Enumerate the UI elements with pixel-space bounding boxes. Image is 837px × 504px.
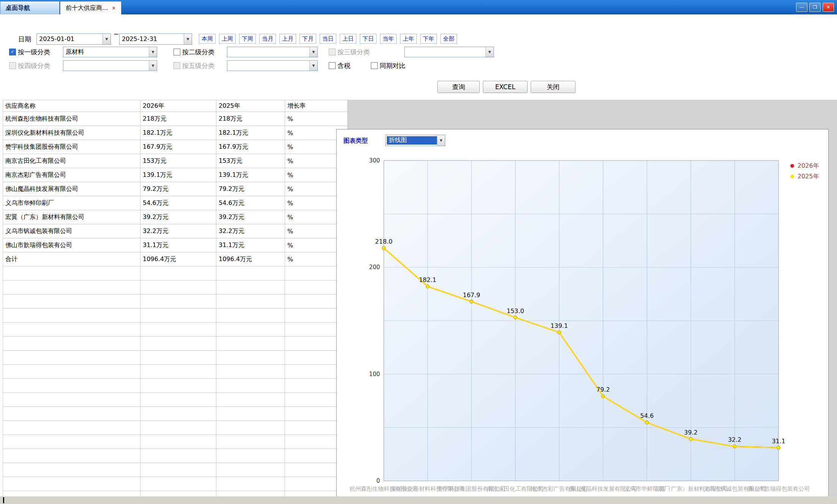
- table-cell: [140, 365, 216, 379]
- checkbox-tax-included[interactable]: ✓: [329, 62, 336, 69]
- table-row[interactable]: 义乌市华鲜印刷厂54.6万元54.6万元%: [3, 196, 348, 210]
- table-cell: [3, 266, 140, 280]
- table-row[interactable]: 佛山魔晶科技发展有限公司79.2万元79.2万元%: [3, 182, 348, 196]
- check-icon: ✓: [11, 49, 14, 54]
- table-total-row[interactable]: 合计1096.4万元1096.4万元%: [3, 252, 348, 266]
- tax-included-label: 含税: [337, 60, 350, 71]
- tab-top-suppliers[interactable]: 前十大供应商... ✕: [60, 1, 121, 14]
- quick-range-button-6[interactable]: 当日: [320, 34, 336, 44]
- quick-range-button-11[interactable]: 下年: [420, 34, 437, 44]
- level5-category-label: 按五级分类: [182, 60, 214, 71]
- level3-category-dropdown-button[interactable]: ▼: [485, 47, 493, 57]
- level1-category-select[interactable]: 原材料 ▼: [63, 47, 157, 57]
- level5-category-dropdown-button[interactable]: ▼: [309, 61, 317, 71]
- level4-category-value: [63, 61, 149, 71]
- tab-desktop-nav[interactable]: 桌面导航: [0, 1, 60, 14]
- checkbox-level3-category[interactable]: ✓: [329, 49, 336, 55]
- svg-text:31.1: 31.1: [772, 438, 785, 445]
- table-cell: 167.9万元: [140, 140, 216, 154]
- checkbox-level5-category[interactable]: ✓: [173, 62, 180, 69]
- table-header-row: 供应商名称 2026年 2025年 增长率: [3, 100, 348, 112]
- table-row[interactable]: 宏翼（广东）新材料有限公司39.2万元39.2万元%: [3, 210, 348, 224]
- check-icon: ✓: [11, 63, 14, 68]
- level2-category-select[interactable]: ▼: [227, 47, 318, 57]
- column-header-2025[interactable]: 2025年: [216, 100, 285, 112]
- level1-category-dropdown-button[interactable]: ▼: [149, 47, 157, 57]
- query-button[interactable]: 查询: [437, 81, 480, 93]
- table-row[interactable]: 南京杰彩广告有限公司139.1万元139.1万元%: [3, 168, 348, 182]
- table-cell: [140, 407, 216, 421]
- table-cell: [216, 407, 285, 421]
- date-from-input[interactable]: 2025-01-01 ▼: [36, 33, 111, 45]
- date-from-value: 2025-01-01: [37, 34, 102, 44]
- level3-category-select[interactable]: ▼: [404, 47, 494, 57]
- table-cell: [3, 393, 140, 407]
- level5-category-select[interactable]: ▼: [227, 60, 318, 71]
- quick-range-button-7[interactable]: 上日: [340, 34, 356, 44]
- table-cell: [216, 309, 285, 323]
- level3-category-label: 按三级分类: [337, 46, 370, 58]
- quick-range-button-3[interactable]: 当月: [259, 34, 276, 44]
- table-cell: [3, 379, 140, 393]
- level4-category-dropdown-button[interactable]: ▼: [149, 61, 157, 71]
- quick-range-button-5[interactable]: 下月: [299, 34, 316, 44]
- column-header-growth[interactable]: 增长率: [285, 100, 348, 112]
- svg-text:54.6: 54.6: [640, 412, 654, 419]
- table-row[interactable]: 深圳仪化新材料科技有限公司182.1万元182.1万元%: [3, 126, 348, 140]
- quick-range-button-12[interactable]: 全部: [440, 34, 457, 44]
- table-cell: [216, 435, 285, 449]
- table-cell: 佛山市歆瑞得包装有公司: [3, 238, 140, 252]
- level2-category-value: [227, 47, 309, 57]
- svg-text:2025年: 2025年: [798, 173, 819, 180]
- checkbox-level4-category[interactable]: ✓: [9, 62, 16, 69]
- maximize-button[interactable]: ❐: [809, 3, 821, 12]
- column-header-supplier[interactable]: 供应商名称: [3, 100, 140, 112]
- table-row[interactable]: 义乌市钒诚包装有限公司32.2万元32.2万元%: [3, 224, 348, 238]
- quick-range-button-8[interactable]: 下日: [360, 34, 377, 44]
- level4-category-select[interactable]: ▼: [63, 60, 157, 71]
- date-from-dropdown-button[interactable]: ▼: [102, 34, 110, 44]
- excel-export-button[interactable]: EXCEL: [483, 81, 528, 93]
- quick-range-button-0[interactable]: 本周: [199, 34, 216, 44]
- window-close-button[interactable]: ✕: [823, 3, 834, 12]
- date-to-input[interactable]: 2025-12-31 ▼: [119, 33, 192, 45]
- quick-range-button-10[interactable]: 上年: [400, 34, 417, 44]
- date-to-dropdown-button[interactable]: ▼: [184, 34, 192, 44]
- table-cell: 182.1万元: [216, 126, 285, 140]
- table-row[interactable]: 赞宇科技集团股份有限公司167.9万元167.9万元%: [3, 140, 348, 154]
- table-empty-row: [3, 323, 348, 337]
- svg-text:300: 300: [369, 157, 380, 164]
- table-row[interactable]: 南京古田化工有限公司153万元153万元%: [3, 154, 348, 168]
- table-cell: [140, 337, 216, 351]
- svg-text:32.2: 32.2: [728, 436, 742, 443]
- level2-category-dropdown-button[interactable]: ▼: [309, 47, 317, 57]
- tab-top-suppliers-label: 前十大供应商...: [66, 4, 108, 12]
- table-row[interactable]: 杭州森彤生物科技有限公司218万元218万元%: [3, 112, 348, 126]
- table-empty-row: [3, 266, 348, 280]
- table-row[interactable]: 佛山市歆瑞得包装有公司31.1万元31.1万元%: [3, 238, 348, 252]
- table-cell: [140, 435, 216, 449]
- table-cell: 南京杰彩广告有限公司: [3, 168, 140, 182]
- quick-range-button-1[interactable]: 上周: [219, 34, 236, 44]
- tab-close-icon[interactable]: ✕: [112, 6, 116, 11]
- quick-range-button-2[interactable]: 下周: [239, 34, 256, 44]
- quick-range-button-4[interactable]: 上月: [279, 34, 296, 44]
- table-cell: [140, 463, 216, 477]
- table-cell: [140, 379, 216, 393]
- window-controls: — ❐ ✕: [796, 3, 834, 12]
- table-cell: [3, 365, 140, 379]
- checkbox-period-compare[interactable]: ✓: [371, 62, 378, 69]
- column-header-2026[interactable]: 2026年: [140, 100, 216, 112]
- table-cell: 39.2万元: [140, 210, 216, 224]
- svg-text:0: 0: [376, 477, 380, 484]
- table-cell: [3, 309, 140, 323]
- maximize-icon: ❐: [813, 5, 817, 10]
- quick-range-button-9[interactable]: 当年: [380, 34, 397, 44]
- check-icon: ✓: [330, 63, 334, 68]
- table-cell: [140, 449, 216, 463]
- close-button[interactable]: 关闭: [531, 81, 575, 93]
- table-empty-row: [3, 477, 348, 491]
- minimize-button[interactable]: —: [796, 3, 807, 12]
- checkbox-level1-category[interactable]: ✓: [9, 49, 16, 55]
- checkbox-level2-category[interactable]: ✓: [173, 49, 180, 55]
